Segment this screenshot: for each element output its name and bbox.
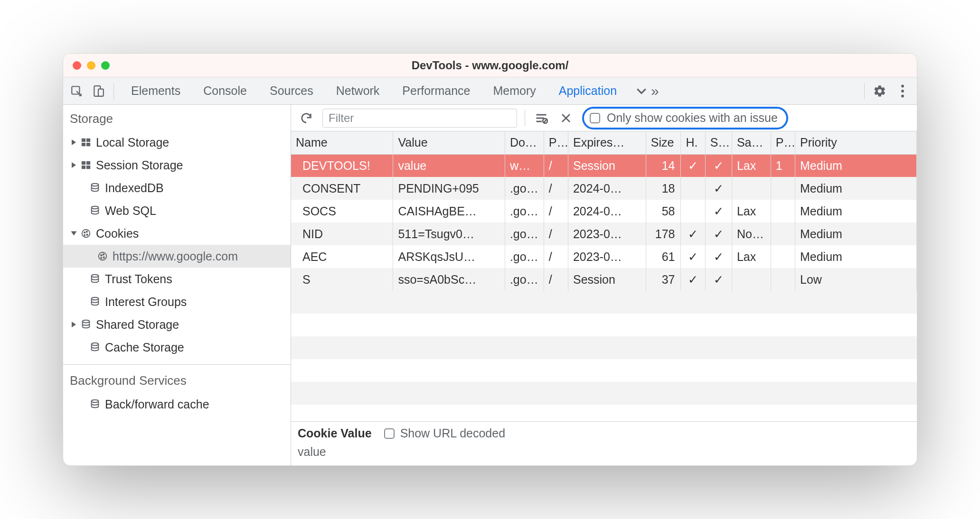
column-header[interactable]: Expires…	[568, 131, 646, 154]
svg-rect-6	[82, 139, 85, 142]
sidebar-item-bf-cache[interactable]: Back/forward cache	[63, 393, 291, 416]
svg-point-21	[99, 252, 107, 260]
tab-memory[interactable]: Memory	[481, 78, 547, 104]
tab-application[interactable]: Application	[547, 78, 628, 104]
sidebar-item-local-storage[interactable]: Local Storage	[63, 131, 291, 154]
column-header[interactable]: H.	[681, 131, 705, 154]
device-toolbar-icon[interactable]	[89, 82, 108, 101]
svg-point-20	[84, 235, 85, 236]
column-header[interactable]: P…	[771, 131, 795, 154]
svg-rect-12	[82, 166, 85, 169]
svg-point-5	[901, 94, 904, 97]
svg-point-24	[103, 257, 104, 258]
svg-point-29	[92, 343, 99, 346]
sidebar-item-indexeddb[interactable]: IndexedDB	[63, 176, 291, 199]
cookies-table[interactable]: NameValueDo…P…Expires…SizeH.S…Sa…P…Prior…	[291, 131, 917, 291]
refresh-button[interactable]	[298, 110, 315, 127]
svg-point-22	[101, 255, 102, 256]
column-header[interactable]: S…	[705, 131, 732, 154]
window-title: DevTools - www.google.com/	[63, 59, 917, 72]
separator	[525, 110, 525, 126]
cookie-value-display: value	[298, 445, 910, 459]
svg-rect-10	[82, 161, 85, 165]
svg-point-14	[92, 184, 99, 186]
close-window-button[interactable]	[73, 61, 81, 70]
divider	[63, 364, 291, 365]
table-row[interactable]: DEVTOOLS!valueww…/Session14✓✓Lax1Medium	[291, 154, 917, 177]
background-services-heading: Background Services	[63, 367, 291, 393]
column-header[interactable]: Priority	[795, 131, 916, 154]
show-url-decoded-label: Show URL decoded	[400, 426, 505, 440]
svg-point-23	[103, 254, 104, 255]
minimize-window-button[interactable]	[87, 61, 95, 70]
storage-grid-icon	[80, 159, 92, 171]
tab-console[interactable]: Console	[192, 78, 258, 104]
inspect-element-icon[interactable]	[67, 82, 86, 101]
only-issues-checkbox[interactable]	[590, 113, 600, 123]
tab-performance[interactable]: Performance	[391, 78, 481, 104]
svg-rect-13	[86, 166, 90, 169]
storage-grid-icon	[80, 136, 92, 148]
sidebar-item-shared-storage[interactable]: Shared Storage	[63, 313, 291, 336]
svg-rect-7	[86, 139, 90, 142]
show-url-decoded-checkbox[interactable]	[384, 428, 395, 439]
sidebar-item-cookies[interactable]: Cookies	[63, 222, 291, 245]
settings-icon[interactable]	[869, 81, 890, 102]
filter-input[interactable]	[322, 109, 517, 128]
cookies-toolbar: Only show cookies with an issue	[291, 105, 917, 131]
database-icon	[89, 273, 101, 285]
cookie-detail-panel: Cookie Value Show URL decoded value	[291, 422, 917, 465]
svg-point-30	[92, 400, 99, 403]
only-issues-highlight: Only show cookies with an issue	[582, 107, 788, 130]
database-icon	[89, 398, 101, 410]
tab-sources[interactable]: Sources	[258, 78, 325, 104]
sidebar-item-cookie-origin[interactable]: https://www.google.com	[63, 245, 291, 268]
table-row[interactable]: NID511=Tsugv0….go…/2023-0…178✓✓No…Medium	[291, 222, 917, 245]
clear-all-icon[interactable]	[533, 110, 550, 127]
sidebar-item-interest-groups[interactable]: Interest Groups	[63, 290, 291, 313]
svg-point-26	[92, 275, 99, 278]
column-header[interactable]: Size	[646, 131, 681, 154]
cookie-icon	[96, 250, 109, 262]
svg-rect-9	[86, 143, 90, 146]
database-icon	[89, 204, 101, 217]
column-header[interactable]: Name	[291, 131, 393, 154]
sidebar-item-cache-storage[interactable]: Cache Storage	[63, 336, 291, 359]
sidebar-item-web-sql[interactable]: Web SQL	[63, 199, 291, 222]
database-icon	[80, 318, 92, 331]
column-header[interactable]: P…	[544, 131, 568, 154]
column-header[interactable]: Do…	[505, 131, 544, 154]
svg-point-15	[92, 206, 99, 209]
sidebar-item-session-storage[interactable]: Session Storage	[63, 154, 291, 176]
table-row[interactable]: CONSENTPENDING+095.go…/2024-0…18✓Medium	[291, 177, 917, 200]
cookies-panel: Only show cookies with an issue NameValu…	[291, 105, 917, 465]
zoom-window-button[interactable]	[101, 61, 110, 70]
svg-rect-11	[86, 161, 90, 165]
devtools-tabbar: ElementsConsoleSourcesNetworkPerformance…	[63, 77, 917, 105]
svg-point-4	[901, 90, 904, 93]
svg-rect-2	[98, 89, 104, 96]
svg-point-28	[83, 320, 90, 323]
database-icon	[89, 296, 101, 308]
more-menu-icon[interactable]	[892, 81, 913, 102]
separator	[864, 83, 865, 99]
svg-point-27	[92, 297, 99, 300]
database-icon	[89, 341, 101, 353]
svg-point-19	[86, 234, 88, 235]
svg-point-17	[84, 232, 85, 233]
database-icon	[89, 182, 101, 194]
table-row[interactable]: AECARSKqsJsU….go…/2023-0…61✓✓LaxMedium	[291, 245, 917, 268]
tabs-overflow-button[interactable]	[631, 81, 652, 102]
titlebar: DevTools - www.google.com/	[63, 54, 917, 77]
delete-cookie-icon[interactable]	[557, 110, 575, 127]
tab-network[interactable]: Network	[325, 78, 391, 104]
application-sidebar: Storage Local Storage Session Storage	[63, 105, 291, 465]
column-header[interactable]: Value	[393, 131, 505, 154]
separator	[113, 83, 114, 99]
tab-elements[interactable]: Elements	[120, 78, 192, 104]
column-header[interactable]: Sa…	[732, 131, 771, 154]
sidebar-item-trust-tokens[interactable]: Trust Tokens	[63, 268, 291, 290]
table-row[interactable]: Ssso=sA0bSc….go…/Session37✓✓Low	[291, 268, 917, 291]
traffic-lights	[63, 61, 110, 70]
table-row[interactable]: SOCSCAISHAgBE….go…/2024-0…58✓LaxMedium	[291, 200, 917, 222]
